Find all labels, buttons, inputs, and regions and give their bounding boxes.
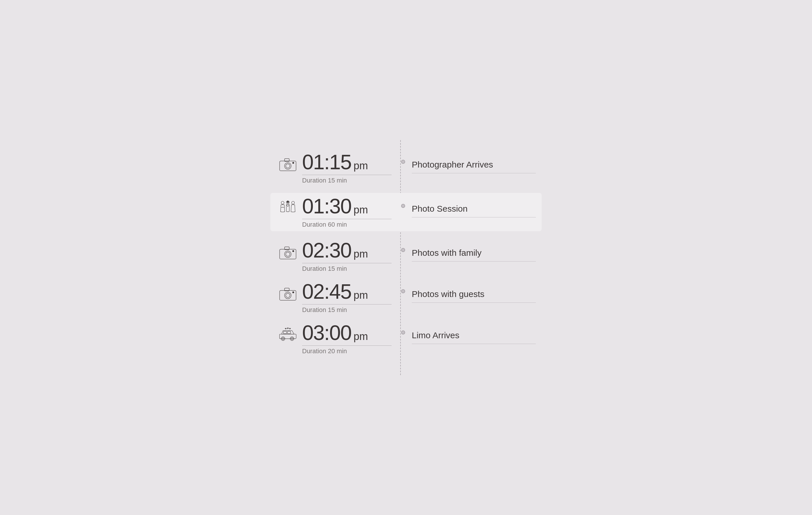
svg-rect-21 [287,331,291,334]
svg-line-31 [288,328,289,328]
event-divider-limo-arrives [412,344,536,344]
time-ampm-photographer-arrives: pm [353,160,368,172]
svg-point-4 [292,162,294,163]
timeline-item-limo-arrives[interactable]: 03:00 pm Duration 20 min Limo Arrives [276,322,536,355]
svg-point-15 [285,292,291,299]
svg-line-34 [290,328,291,329]
timeline-item-photo-session[interactable]: 01:30 pm Duration 60 min Photo Session [270,193,542,231]
svg-point-1 [285,163,291,169]
time-divider-photos-family [302,263,392,263]
time-ampm-photos-family: pm [353,248,368,260]
right-section-photo-session: Photo Session [406,196,536,217]
svg-point-10 [285,251,291,258]
time-display-limo-arrives: 03:00 pm [302,322,392,343]
time-ampm-limo-arrives: pm [353,330,368,342]
timeline-dot-photos-guests [401,289,405,293]
time-value-photo-session: 01:30 [302,196,351,217]
right-section-photos-guests: Photos with guests [406,281,536,303]
timeline-dot-photos-family [401,248,405,252]
event-divider-photo-session [412,217,536,217]
dot-area-photo-session [400,196,406,208]
timeline-container: 01:15 pm Duration 15 min Photographer Ar… [276,140,536,375]
svg-line-28 [286,328,287,329]
svg-point-5 [281,201,284,204]
wedding-group-icon [276,199,299,217]
duration-text-photographer-arrives: Duration 15 min [302,177,347,184]
left-section-photos-guests: 02:45 pm Duration 15 min [276,281,400,314]
timeline-item-photos-family[interactable]: 02:30 pm Duration 15 min Photos with fam… [276,240,536,272]
event-title-photos-family: Photos with family [412,248,536,258]
time-value-photos-family: 02:30 [302,240,351,261]
event-divider-photos-family [412,261,536,262]
svg-rect-20 [283,331,287,334]
time-divider-limo-arrives [302,345,392,346]
timeline-dot-photo-session [401,204,405,208]
time-divider-photographer-arrives [302,175,392,175]
time-display-photos-family: 02:30 pm [302,240,392,261]
event-title-limo-arrives: Limo Arrives [412,330,536,340]
dot-area-photos-guests [400,281,406,293]
time-area-photos-family: 02:30 pm Duration 15 min [299,240,392,272]
left-section-photo-session: 01:30 pm Duration 60 min [276,196,400,229]
time-display-photos-guests: 02:45 pm [302,281,392,302]
svg-point-18 [292,292,294,293]
duration-text-photos-family: Duration 15 min [302,265,347,272]
svg-point-2 [286,164,290,168]
duration-text-photos-guests: Duration 15 min [302,306,347,313]
time-ampm-photo-session: pm [353,204,368,216]
camera-icon [276,243,299,262]
time-value-photos-guests: 02:45 [302,281,351,302]
left-section-photographer-arrives: 01:15 pm Duration 15 min [276,152,400,184]
timeline-dot-photographer-arrives [401,160,405,164]
duration-text-photo-session: Duration 60 min [302,221,347,228]
right-section-limo-arrives: Limo Arrives [406,322,536,344]
event-divider-photos-guests [412,302,536,303]
left-section-limo-arrives: 03:00 pm Duration 20 min [276,322,400,355]
right-section-photos-family: Photos with family [406,240,536,262]
camera-icon [276,155,299,173]
timeline-dot-limo-arrives [401,330,405,334]
event-title-photos-guests: Photos with guests [412,289,536,299]
time-value-limo-arrives: 03:00 [302,322,351,343]
svg-point-11 [286,252,290,256]
right-section-photographer-arrives: Photographer Arrives [406,152,536,173]
time-value-photographer-arrives: 01:15 [302,152,351,173]
event-divider-photographer-arrives [412,173,536,173]
svg-point-8 [291,201,294,204]
camera-icon [276,284,299,303]
event-title-photo-session: Photo Session [412,204,536,214]
svg-point-16 [286,293,290,298]
svg-point-13 [292,250,294,252]
time-area-photos-guests: 02:45 pm Duration 15 min [299,281,392,314]
svg-line-33 [289,328,289,329]
duration-text-limo-arrives: Duration 20 min [302,347,347,355]
dot-area-limo-arrives [400,322,406,334]
svg-line-30 [287,328,287,328]
limo-icon [276,325,299,344]
time-divider-photo-session [302,219,392,219]
time-display-photographer-arrives: 01:15 pm [302,152,392,173]
time-display-photo-session: 01:30 pm [302,196,392,217]
time-area-photo-session: 01:30 pm Duration 60 min [299,196,392,229]
time-area-photographer-arrives: 01:15 pm Duration 15 min [299,152,392,184]
timeline-item-photographer-arrives[interactable]: 01:15 pm Duration 15 min Photographer Ar… [276,152,536,184]
time-area-limo-arrives: 03:00 pm Duration 20 min [299,322,392,355]
dot-area-photos-family [400,240,406,252]
event-title-photographer-arrives: Photographer Arrives [412,160,536,170]
left-section-photos-family: 02:30 pm Duration 15 min [276,240,400,272]
time-ampm-photos-guests: pm [353,289,368,301]
timeline-item-photos-guests[interactable]: 02:45 pm Duration 15 min Photos with gue… [276,281,536,314]
dot-area-photographer-arrives [400,152,406,164]
svg-line-27 [285,328,285,329]
